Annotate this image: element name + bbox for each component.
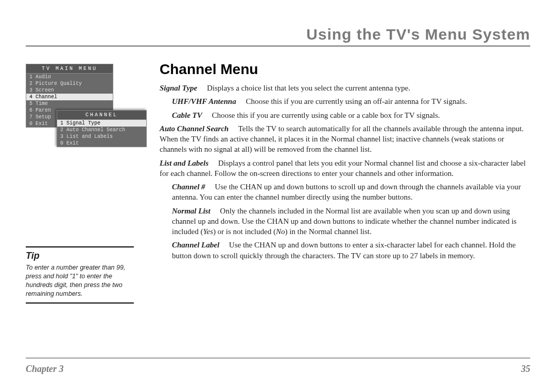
tip-block: Tip To enter a number greater than 99, p… [26,246,144,304]
channel-label-para: Channel Label Use the CHAN up and down b… [160,240,530,261]
page-footer: Chapter 3 35 [26,358,530,375]
tv-sub-row-highlighted: 1 Signal Type [57,120,146,127]
tv-menu-screenshot: TV MAIN MENU 1 Audio 2 Picture Quality 3… [26,64,136,144]
left-column: TV MAIN MENU 1 Audio 2 Picture Quality 3… [26,61,144,304]
normal-list-para: Normal List Only the channels included i… [160,206,530,237]
norm-no: No [276,227,285,236]
tv-main-row: 3 Screen [26,87,113,94]
norm-yes: Yes [203,227,213,236]
right-column: Channel Menu Signal Type Displays a choi… [160,61,530,304]
signal-type-para: Signal Type Displays a choice list that … [160,83,530,93]
auto-search-para: Auto Channel Search Tells the TV to sear… [160,123,530,155]
page-header-title: Using the TV's Menu System [26,26,530,43]
tv-main-row: 5 Time [26,100,113,107]
tv-sub-row: 0 Exit [57,140,146,147]
tip-top-rule [26,246,134,247]
text-norm-c: ) in the Normal channel list. [285,227,371,236]
text-cable: Choose this if you are currently using c… [212,111,440,119]
term-signal-type: Signal Type [160,84,197,92]
uhf-para: UHF/VHF Antenna Choose this if you are c… [160,96,530,106]
tv-sub-row: 2 Auto Channel Search [57,127,146,133]
term-label: Channel Label [172,241,219,249]
tip-bottom-rule [26,302,134,304]
term-auto: Auto Channel Search [160,124,229,133]
footer-rule [26,358,530,359]
text-uhf: Choose this if you are currently using a… [246,97,467,105]
text-chnum: Use the CHAN up and down buttons to scro… [172,183,521,201]
text-norm-b: ) or is not included ( [213,227,276,236]
term-uhf: UHF/VHF Antenna [172,97,236,105]
tip-text: To enter a number greater than 99, press… [26,263,134,298]
tv-main-row: 1 Audio [26,74,113,80]
tv-channel-submenu-panel: CHANNEL 1 Signal Type 2 Auto Channel Sea… [57,110,147,147]
section-heading: Channel Menu [160,61,530,78]
footer-page-number: 35 [521,364,530,375]
tv-sub-row: 3 List and Labels [57,133,146,140]
term-chnum: Channel # [172,183,205,191]
text-signal-type: Displays a choice list that lets you sel… [207,84,410,92]
tv-main-row: 2 Picture Quality [26,80,113,87]
term-cable: Cable TV [172,111,202,119]
tv-submenu-title: CHANNEL [57,111,146,120]
tv-main-row-highlighted: 4 Channel [26,94,113,100]
tv-main-menu-title: TV MAIN MENU [26,64,113,74]
cable-para: Cable TV Choose this if you are currentl… [160,110,530,120]
term-norm: Normal List [172,207,211,215]
channel-num-para: Channel # Use the CHAN up and down butto… [160,182,530,203]
list-labels-para: List and Labels Displays a control panel… [160,158,530,179]
footer-chapter: Chapter 3 [26,364,64,375]
content-columns: TV MAIN MENU 1 Audio 2 Picture Quality 3… [26,61,530,304]
header-rule [26,45,530,47]
tip-title: Tip [26,251,144,261]
term-list: List and Labels [160,159,208,167]
